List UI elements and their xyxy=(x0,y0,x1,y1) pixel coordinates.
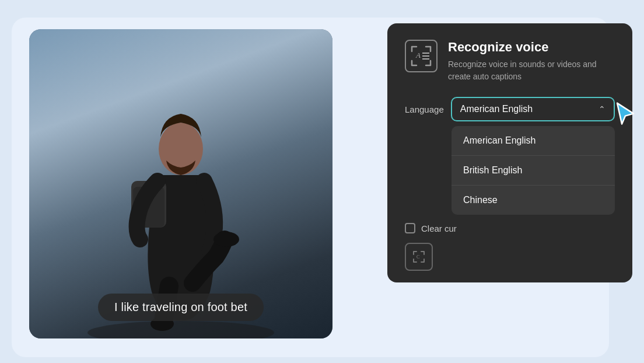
dropdown-item-chinese[interactable]: Chinese xyxy=(452,186,615,215)
photo-card: I like traveling on foot bet xyxy=(29,29,332,338)
dropdown-item-british-english[interactable]: British English xyxy=(452,156,615,186)
panel-title: Recognize voice xyxy=(448,40,615,55)
svg-point-5 xyxy=(214,232,239,247)
language-select-button[interactable]: American English ⌃ xyxy=(451,97,615,121)
chevron-up-icon: ⌃ xyxy=(598,104,606,114)
caption-overlay: I like traveling on foot bet xyxy=(98,294,264,321)
caption-text: I like traveling on foot bet xyxy=(114,301,247,313)
language-label: Language xyxy=(405,104,444,114)
panel-header: A Recognize voice Recognize voice in sou… xyxy=(405,40,615,83)
cursor-arrow xyxy=(612,101,638,129)
bottom-icon: C xyxy=(405,243,433,271)
clear-checkbox[interactable] xyxy=(405,223,415,233)
panel-description: Recognize voice in sounds or videos and … xyxy=(448,58,615,83)
selected-language-text: American English xyxy=(460,104,533,114)
svg-marker-10 xyxy=(617,103,634,124)
svg-point-0 xyxy=(88,321,274,338)
photo-background xyxy=(29,29,332,338)
recognize-voice-panel: A Recognize voice Recognize voice in sou… xyxy=(387,23,632,282)
clear-label: Clear cur xyxy=(421,224,457,233)
svg-text:C: C xyxy=(416,254,419,260)
svg-point-1 xyxy=(159,123,203,175)
svg-text:A: A xyxy=(415,51,421,60)
language-row: Language American English ⌃ xyxy=(405,97,615,121)
clear-row: Clear cur xyxy=(405,223,615,233)
dropdown-item-american-english[interactable]: American English xyxy=(452,126,615,156)
recognize-voice-icon: A xyxy=(405,40,438,72)
panel-text: Recognize voice Recognize voice in sound… xyxy=(448,40,615,83)
language-dropdown: American English British English Chinese xyxy=(452,126,615,215)
